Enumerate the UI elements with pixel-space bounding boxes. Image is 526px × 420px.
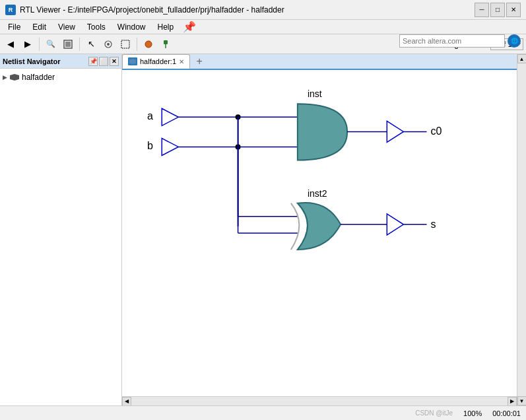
svg-point-5 [145, 41, 152, 48]
sidebar: Netlist Navigator 📌 ⬜ ✕ ▶ halfadder [0, 54, 122, 405]
xor-extra-curve [291, 203, 300, 250]
input-b-label: b [147, 139, 153, 151]
netlist-item-icon [10, 74, 19, 81]
svg-point-3 [107, 43, 110, 46]
menu-file[interactable]: File [3, 21, 26, 33]
pin-button[interactable] [158, 36, 174, 52]
input-a-label: a [147, 110, 153, 122]
sidebar-header: Netlist Navigator 📌 ⬜ ✕ [0, 54, 121, 69]
sidebar-title: Netlist Navigator [3, 57, 60, 65]
title-bar: R RTL Viewer - E:/intelFPGA/project/oneb… [0, 0, 526, 20]
select-button[interactable]: ↖ [83, 36, 99, 52]
svg-rect-6 [164, 40, 168, 44]
and-gate-body[interactable] [298, 104, 347, 160]
scroll-down-button[interactable]: ▼ [517, 396, 527, 405]
scroll-left-button[interactable]: ◀ [122, 397, 131, 406]
menu-tools[interactable]: Tools [82, 21, 111, 33]
zoom-level: 100% [463, 409, 482, 417]
status-bar: CSDN @itJe 100% 00:00:01 [0, 405, 526, 420]
xor-gate-body[interactable] [298, 203, 341, 250]
output-buffer-c0 [387, 121, 403, 142]
window-title: RTL Viewer - E:/intelFPGA/project/onebit… [20, 5, 475, 15]
toolbar-separator-2 [79, 38, 80, 51]
minimize-button[interactable]: ─ [475, 3, 489, 17]
fit-view-button[interactable] [60, 36, 76, 52]
expand-icon: ▶ [3, 74, 7, 81]
menu-bar: File Edit View Tools Window Help 📌 🌐 [0, 20, 526, 34]
output-buffer-s [387, 214, 403, 235]
main-area: ◀ Netlist Navigator 📌 ⬜ ✕ ▶ halfadder [0, 54, 526, 405]
input-buffer-a [162, 108, 178, 125]
close-button[interactable]: ✕ [506, 3, 521, 17]
netlist-item-halfadder[interactable]: ▶ halfadder [3, 71, 119, 83]
maximize-button[interactable]: □ [490, 3, 505, 17]
inst-label: inst [308, 88, 322, 99]
toolbar-separator-1 [39, 38, 40, 51]
netlist-item-label: halfadder [22, 73, 55, 82]
zoom-tool-button[interactable]: 🔍 [43, 36, 59, 52]
pan-button[interactable] [100, 36, 116, 52]
schematic-view[interactable]: a b [122, 54, 526, 372]
input-buffer-b [162, 138, 178, 155]
scroll-up-button[interactable]: ▲ [517, 54, 527, 63]
globe-icon[interactable]: 🌐 [508, 34, 521, 48]
menu-edit[interactable]: Edit [27, 21, 51, 33]
sidebar-close-button[interactable]: ✕ [110, 57, 119, 66]
svg-rect-4 [121, 40, 129, 48]
window-controls: ─ □ ✕ [475, 3, 521, 17]
canvas-area: halfadder:1 ✕ + a b [122, 54, 526, 405]
toolbar-separator-3 [137, 38, 137, 51]
app-icon: R [5, 5, 16, 15]
svg-rect-1 [65, 42, 71, 47]
search-input[interactable] [399, 34, 505, 48]
back-button[interactable]: ◀ [3, 36, 18, 52]
menu-pin-icon: 📌 [183, 20, 196, 33]
sidebar-controls: 📌 ⬜ ✕ [88, 57, 119, 66]
sidebar-pin-button[interactable]: 📌 [88, 57, 98, 66]
svg-marker-8 [10, 74, 19, 81]
menu-window[interactable]: Window [112, 21, 151, 33]
box-select-button[interactable] [117, 36, 133, 52]
netlist-content: ▶ halfadder [0, 69, 121, 86]
inst2-label: inst2 [308, 188, 327, 199]
watermark-text: CSDN @itJe [415, 409, 453, 417]
output-c0-label: c0 [431, 125, 442, 137]
forward-button[interactable]: ▶ [20, 36, 36, 52]
vertical-scrollbar[interactable]: ▲ ▼ [517, 54, 526, 405]
horizontal-scrollbar[interactable]: ◀ ▶ [122, 396, 517, 405]
scroll-right-button[interactable]: ▶ [508, 397, 517, 406]
highlight-button[interactable] [141, 36, 156, 52]
menu-help[interactable]: Help [152, 21, 180, 33]
sidebar-float-button[interactable]: ⬜ [99, 57, 108, 66]
timer: 00:00:01 [492, 409, 521, 417]
search-area: 🌐 [399, 34, 521, 48]
menu-view[interactable]: View [53, 21, 81, 33]
output-s-label: s [431, 218, 436, 230]
